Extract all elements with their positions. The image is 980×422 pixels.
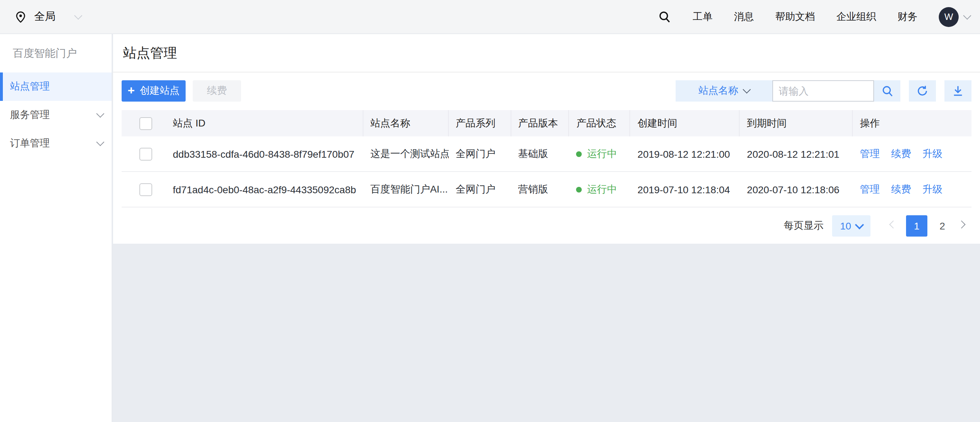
chevron-down-icon <box>963 11 972 19</box>
search-icon <box>881 84 894 97</box>
plus-icon: + <box>128 84 135 96</box>
site-id: ddb33158-cdfa-46d0-8438-8f79ef170b07 <box>173 148 355 160</box>
search-input[interactable] <box>772 80 874 102</box>
header-product-series: 产品系列 <box>449 110 511 136</box>
product-brand: 百度智能门户 <box>0 34 111 73</box>
column-label: 站点 ID <box>173 117 205 130</box>
per-page-value: 10 <box>840 220 851 231</box>
header-actions: 操作 <box>853 110 972 136</box>
pagination: 每页显示 10 1 2 <box>113 208 980 244</box>
topnav-help-docs[interactable]: 帮助文档 <box>775 10 815 23</box>
chevron-down-icon <box>96 138 105 146</box>
page-header: 站点管理 <box>113 34 980 73</box>
per-page-label: 每页显示 <box>784 219 824 232</box>
site-name: 百度智能门户AI... <box>363 183 449 196</box>
status-dot-icon <box>576 187 582 192</box>
filter-field-label: 站点名称 <box>698 84 738 97</box>
per-page-select[interactable]: 10 <box>832 215 870 236</box>
download-icon <box>951 84 964 97</box>
site-name: 这是一个测试站点 <box>363 148 449 160</box>
header-expire-time: 到期时间 <box>740 110 853 136</box>
create-site-label: 创建站点 <box>140 84 180 97</box>
sidebar-item-label: 订单管理 <box>10 137 50 150</box>
console-app: 全局 工单 消息 帮助文档 企业组织 财务 W 百度智能门户 站点管理 <box>0 0 980 422</box>
avatar[interactable]: W <box>939 7 959 27</box>
refresh-button[interactable] <box>909 80 936 102</box>
upgrade-link[interactable]: 升级 <box>923 183 942 196</box>
sidebar-item-service-management[interactable]: 服务管理 <box>0 101 111 129</box>
status-badge: 运行中 <box>576 183 617 196</box>
topnav-messages[interactable]: 消息 <box>734 10 754 23</box>
search-group: 站点名称 <box>676 80 972 102</box>
sidebar-item-label: 站点管理 <box>10 80 50 93</box>
refresh-icon <box>916 84 929 97</box>
header-product-status: 产品状态 <box>569 110 630 136</box>
table-row: ddb33158-cdfa-46d0-8438-8f79ef170b07 这是一… <box>122 136 972 172</box>
manage-link[interactable]: 管理 <box>860 183 880 196</box>
renew-button[interactable]: 续费 <box>193 80 241 102</box>
renew-link[interactable]: 续费 <box>891 148 911 160</box>
filter-field-select[interactable]: 站点名称 <box>676 80 772 102</box>
manage-link[interactable]: 管理 <box>860 148 880 160</box>
content-card: 站点管理 + 创建站点 续费 站点名称 <box>113 34 980 244</box>
page-button-2[interactable]: 2 <box>932 215 953 236</box>
status-label: 运行中 <box>587 183 617 196</box>
topbar: 全局 工单 消息 帮助文档 企业组织 财务 W <box>0 0 980 34</box>
topnav-enterprise-org[interactable]: 企业组织 <box>836 10 876 23</box>
created-time: 2019-08-12 12:21:00 <box>630 148 740 160</box>
product-series: 全网门户 <box>449 148 511 160</box>
download-button[interactable] <box>945 80 972 102</box>
product-series: 全网门户 <box>449 183 511 196</box>
created-time: 2019-07-10 12:18:04 <box>630 184 740 195</box>
next-page-button[interactable] <box>953 215 970 236</box>
row-checkbox[interactable] <box>139 183 152 196</box>
sidebar-item-order-management[interactable]: 订单管理 <box>0 129 111 158</box>
status-badge: 运行中 <box>576 148 617 160</box>
table-header-row: 站点 ID 站点名称 产品系列 产品版本 产品状态 创建时间 到期时间 操作 <box>122 110 972 136</box>
sidebar-item-label: 服务管理 <box>10 109 50 122</box>
expire-time: 2020-08-12 12:21:01 <box>740 148 853 160</box>
upgrade-link[interactable]: 升级 <box>923 148 942 160</box>
expire-time: 2020-07-10 12:18:06 <box>740 184 853 195</box>
product-version: 营销版 <box>511 183 569 196</box>
select-all-checkbox[interactable] <box>139 117 152 130</box>
renew-link[interactable]: 续费 <box>891 183 911 196</box>
chevron-down-icon <box>855 220 864 229</box>
page-button-1[interactable]: 1 <box>906 215 928 236</box>
account-menu[interactable]: W <box>939 7 970 27</box>
search-icon[interactable] <box>658 10 671 24</box>
sidebar-item-site-management[interactable]: 站点管理 <box>0 73 111 101</box>
page-title: 站点管理 <box>123 44 177 62</box>
site-id: fd71ad4c-0eb0-48ac-a2f9-44335092ca8b <box>173 184 356 195</box>
header-created-time: 创建时间 <box>630 110 740 136</box>
topnav-finance[interactable]: 财务 <box>897 10 917 23</box>
status-dot-icon <box>576 151 582 157</box>
search-button[interactable] <box>874 80 900 102</box>
location-pin-icon <box>14 10 27 23</box>
table-row: fd71ad4c-0eb0-48ac-a2f9-44335092ca8b 百度智… <box>122 172 972 208</box>
sites-table: 站点 ID 站点名称 产品系列 产品版本 产品状态 创建时间 到期时间 操作 d… <box>122 110 972 208</box>
header-site-id: 站点 ID <box>122 110 363 136</box>
header-product-version: 产品版本 <box>511 110 569 136</box>
product-version: 基础版 <box>511 148 569 160</box>
chevron-down-icon <box>743 86 751 94</box>
header-site-name: 站点名称 <box>363 110 449 136</box>
create-site-button[interactable]: + 创建站点 <box>122 80 186 102</box>
prev-page-button[interactable] <box>885 215 902 236</box>
chevron-down-icon <box>74 11 83 19</box>
region-label: 全局 <box>34 10 56 24</box>
status-label: 运行中 <box>587 148 617 160</box>
topnav-tickets[interactable]: 工单 <box>693 10 713 23</box>
sidebar: 百度智能门户 站点管理 服务管理 订单管理 <box>0 34 112 422</box>
row-checkbox[interactable] <box>139 148 152 160</box>
region-switcher[interactable]: 全局 <box>0 10 81 24</box>
main-area: 站点管理 + 创建站点 续费 站点名称 <box>113 34 980 422</box>
toolbar: + 创建站点 续费 站点名称 <box>122 80 972 102</box>
chevron-down-icon <box>96 110 105 118</box>
